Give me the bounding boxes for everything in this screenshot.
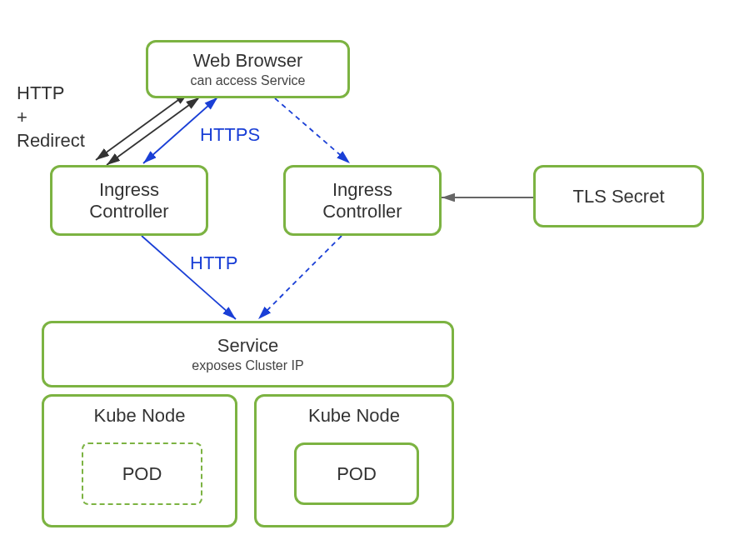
web-browser-box: Web Browser can access Service xyxy=(146,40,350,98)
web-browser-title: Web Browser xyxy=(193,50,303,72)
pod-right-box: POD xyxy=(294,442,419,505)
ingress-left-line1: Ingress xyxy=(99,179,159,201)
svg-line-3 xyxy=(275,98,350,163)
pod-right-label: POD xyxy=(337,463,377,485)
service-title: Service xyxy=(217,335,278,357)
pod-left-box: POD xyxy=(82,442,202,505)
kube-node-left-title: Kube Node xyxy=(93,405,185,427)
pod-left-label: POD xyxy=(122,463,162,485)
kube-node-right-box: Kube Node POD xyxy=(254,394,454,528)
ingress-controller-right-box: Ingress Controller xyxy=(283,165,442,236)
tls-secret-title: TLS Secret xyxy=(572,186,664,208)
https-label: HTTPS xyxy=(200,123,260,148)
tls-secret-box: TLS Secret xyxy=(533,165,704,228)
http-label: HTTP xyxy=(190,252,237,276)
web-browser-subtitle: can access Service xyxy=(191,73,306,88)
ingress-right-line1: Ingress xyxy=(332,179,392,201)
svg-line-1 xyxy=(107,98,198,165)
kube-node-left-box: Kube Node POD xyxy=(42,394,237,528)
ingress-controller-left-box: Ingress Controller xyxy=(50,165,208,236)
svg-line-6 xyxy=(258,236,342,319)
kube-node-right-title: Kube Node xyxy=(308,405,400,427)
svg-line-5 xyxy=(142,236,236,319)
ingress-left-line2: Controller xyxy=(89,201,168,222)
http-redirect-label: HTTP + Redirect xyxy=(17,82,85,153)
service-box: Service exposes Cluster IP xyxy=(42,321,454,388)
ingress-right-line2: Controller xyxy=(322,201,402,222)
svg-line-0 xyxy=(96,93,187,160)
service-subtitle: exposes Cluster IP xyxy=(192,358,303,373)
